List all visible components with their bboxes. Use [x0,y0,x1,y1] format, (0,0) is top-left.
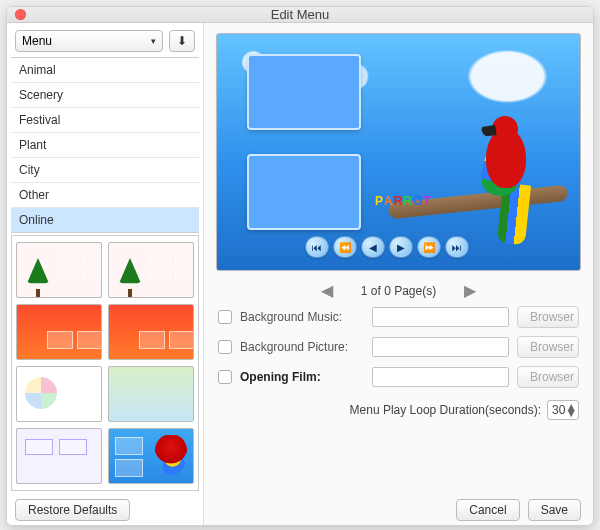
menu-dropdown[interactable]: Menu ▾ [15,30,163,52]
bg-music-row: Background Music: Browser [218,306,579,328]
template-thumb-4[interactable] [16,366,102,422]
transport-skip-end-icon[interactable]: ⏭ [445,236,469,258]
edit-menu-window: Edit Menu Menu ▾ ⬇ AnimalSceneryFestival… [6,6,594,526]
category-item-scenery[interactable]: Scenery [11,83,199,108]
bg-picture-label: Background Picture: [240,340,364,354]
transport-rewind-icon[interactable]: ⏪ [333,236,357,258]
loop-duration-stepper[interactable]: 30 ▲▼ [547,400,579,420]
bg-picture-row: Background Picture: Browser [218,336,579,358]
page-navigator: ◀ 1 of 0 Page(s) ▶ [216,271,581,306]
window-title: Edit Menu [7,7,593,22]
left-footer: Restore Defaults [7,491,203,526]
cancel-button[interactable]: Cancel [456,499,519,521]
category-item-online[interactable]: Online [11,208,199,232]
opening-film-field[interactable] [372,367,509,387]
template-thumb-6[interactable] [16,428,102,484]
template-thumb-5[interactable] [108,366,194,422]
category-item-plant[interactable]: Plant [11,133,199,158]
content-area: Menu ▾ ⬇ AnimalSceneryFestivalPlantCityO… [7,23,593,526]
category-list: AnimalSceneryFestivalPlantCityOtherOnlin… [11,57,199,233]
parrot-wordmark: PARROT [375,192,432,208]
template-thumb-3[interactable] [108,304,194,360]
transport-fast-forward-icon[interactable]: ⏩ [417,236,441,258]
menu-preview[interactable]: PARROT ⏮⏪◀▶⏩⏭ [217,34,580,270]
download-icon: ⬇ [177,34,187,48]
video-slot-2[interactable] [247,154,361,230]
right-footer: Cancel Save [216,489,581,521]
transport-skip-start-icon[interactable]: ⏮ [305,236,329,258]
opening-film-checkbox[interactable] [218,370,232,384]
page-indicator: 1 of 0 Page(s) [361,284,436,298]
template-thumb-2[interactable] [16,304,102,360]
left-top-row: Menu ▾ ⬇ [7,23,203,57]
video-slot-1[interactable] [247,54,361,130]
restore-defaults-button[interactable]: Restore Defaults [15,499,130,521]
parrot-art [458,110,548,240]
left-panel: Menu ▾ ⬇ AnimalSceneryFestivalPlantCityO… [7,23,204,526]
transport-play-forward-icon[interactable]: ▶ [389,236,413,258]
category-item-city[interactable]: City [11,158,199,183]
loop-duration-value: 30 [552,403,565,417]
stepper-arrows-icon: ▲▼ [565,404,577,416]
bg-picture-field[interactable] [372,337,509,357]
next-page-button[interactable]: ▶ [464,281,476,300]
bg-music-label: Background Music: [240,310,364,324]
close-window-dot[interactable] [15,9,26,20]
menu-dropdown-label: Menu [22,34,52,48]
transport-play-back-icon[interactable]: ◀ [361,236,385,258]
download-templates-button[interactable]: ⬇ [169,30,195,52]
opening-film-label: Opening Film: [240,370,364,384]
options-form: Background Music: Browser Background Pic… [216,306,581,420]
category-item-animal[interactable]: Animal [11,58,199,83]
bg-picture-browser-button[interactable]: Browser [517,336,579,358]
titlebar: Edit Menu [7,7,593,23]
chevron-down-icon: ▾ [151,36,156,46]
template-thumbnail-grid [11,235,199,491]
template-thumb-1[interactable] [108,242,194,298]
category-item-festival[interactable]: Festival [11,108,199,133]
preview-frame: PARROT ⏮⏪◀▶⏩⏭ [216,33,581,271]
right-panel: PARROT ⏮⏪◀▶⏩⏭ ◀ 1 of 0 Page(s) ▶ Backgro… [204,23,593,526]
bg-music-checkbox[interactable] [218,310,232,324]
save-button[interactable]: Save [528,499,581,521]
bg-picture-checkbox[interactable] [218,340,232,354]
template-thumb-7[interactable] [108,428,194,484]
opening-film-browser-button[interactable]: Browser [517,366,579,388]
transport-controls: ⏮⏪◀▶⏩⏭ [305,236,469,258]
loop-duration-label: Menu Play Loop Duration(seconds): [350,403,541,417]
prev-page-button[interactable]: ◀ [321,281,333,300]
opening-film-row: Opening Film: Browser [218,366,579,388]
bg-music-browser-button[interactable]: Browser [517,306,579,328]
loop-duration-row: Menu Play Loop Duration(seconds): 30 ▲▼ [218,396,579,420]
window-traffic-lights [15,9,26,20]
bg-music-field[interactable] [372,307,509,327]
category-item-other[interactable]: Other [11,183,199,208]
template-thumb-0[interactable] [16,242,102,298]
